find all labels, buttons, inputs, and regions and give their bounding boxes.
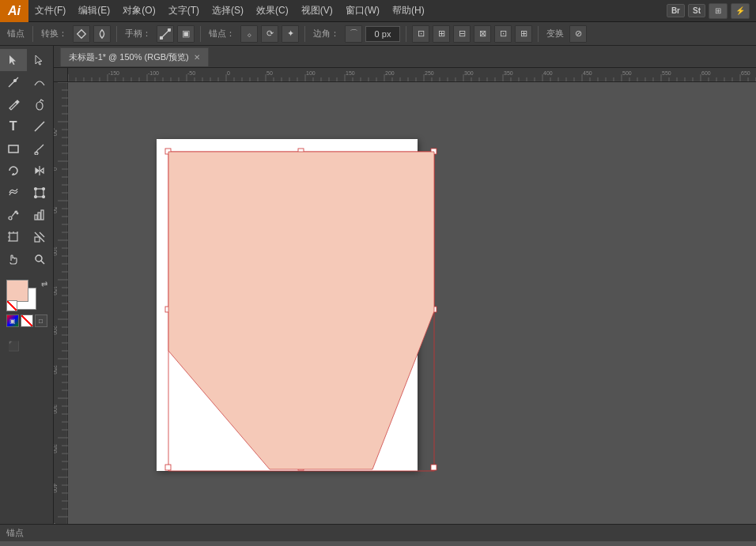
free-transform-tool[interactable]	[27, 182, 54, 204]
stock-button[interactable]: St	[688, 4, 705, 17]
curvature-tool[interactable]	[27, 71, 54, 93]
line-tool[interactable]	[27, 115, 54, 137]
sep4	[304, 26, 305, 42]
document-tab[interactable]: 未标题-1* @ 150% (RGB/预览) ✕	[60, 47, 209, 66]
corner-radius-input[interactable]	[365, 26, 400, 42]
tool-row-4: T	[0, 115, 53, 137]
select-tool[interactable]	[0, 49, 27, 71]
column-graph-tool[interactable]	[27, 204, 54, 226]
handle-label: 手柄：	[123, 28, 153, 40]
color-mode-btn[interactable]: ▣	[6, 314, 19, 327]
svg-point-28	[36, 255, 42, 262]
svg-rect-6	[9, 145, 18, 153]
svg-point-16	[17, 213, 18, 214]
handle-btn1[interactable]	[157, 25, 174, 43]
symbol-sprayer-tool[interactable]	[0, 204, 27, 226]
warp-tool[interactable]	[0, 182, 27, 204]
direct-select-tool[interactable]	[27, 49, 54, 71]
swap-colors-button[interactable]: ⇄	[41, 280, 47, 288]
vertical-ruler: -50050100150200250300350400450500550	[54, 82, 68, 524]
align-btn2[interactable]: ⊞	[433, 25, 450, 43]
zoom-tool[interactable]	[27, 248, 54, 270]
workspace: T	[0, 46, 756, 524]
align-btn3[interactable]: ⊟	[453, 25, 471, 43]
slice-tool[interactable]	[27, 226, 54, 248]
blob-brush-tool[interactable]	[27, 93, 54, 115]
bridge-button[interactable]: Br	[667, 4, 685, 17]
fill-color-swatch[interactable]	[6, 280, 28, 302]
svg-text:350: 350	[54, 444, 58, 454]
svg-point-14	[9, 217, 12, 220]
canvas-content[interactable]: // Will be drawn via inline SVG below -1…	[54, 68, 756, 524]
convert-btn1[interactable]	[73, 25, 90, 43]
search-button[interactable]: ⚡	[731, 3, 750, 19]
svg-point-11	[43, 188, 45, 190]
handle-btn2[interactable]: ▣	[177, 25, 195, 43]
svg-rect-221	[431, 149, 437, 154]
app-logo[interactable]: Ai	[0, 0, 28, 22]
svg-rect-27	[35, 237, 40, 242]
tool-row-8	[0, 204, 53, 226]
pen-tool[interactable]	[0, 71, 27, 93]
menu-file[interactable]: 文件(F)	[28, 0, 72, 21]
svg-text:-150: -150	[108, 70, 119, 76]
workspace-switcher[interactable]: ⊞	[709, 3, 728, 19]
none-mode-btn[interactable]	[21, 314, 33, 327]
align-btn6[interactable]: ⊞	[515, 25, 532, 43]
svg-text:300: 300	[464, 70, 474, 76]
tool-row-bottom: ⬛	[0, 335, 53, 357]
svg-text:-100: -100	[148, 70, 159, 76]
corner-type-btn[interactable]: ⌒	[345, 25, 362, 43]
none-color-button[interactable]	[6, 300, 17, 311]
menu-help[interactable]: 帮助(H)	[386, 0, 431, 21]
align-btn4[interactable]: ⊠	[474, 25, 491, 43]
sep5	[406, 26, 406, 42]
svg-text:200: 200	[54, 326, 58, 335]
menu-window[interactable]: 窗口(W)	[339, 0, 386, 21]
svg-text:-50: -50	[187, 70, 195, 76]
menu-view[interactable]: 视图(V)	[295, 0, 339, 21]
canvas-area: 未标题-1* @ 150% (RGB/预览) ✕ // Will be draw…	[54, 46, 756, 524]
svg-text:500: 500	[622, 70, 632, 76]
menu-edit[interactable]: 编辑(E)	[72, 0, 116, 21]
paintbrush-tool[interactable]	[27, 137, 54, 160]
anchor-btn3[interactable]: ✦	[282, 25, 299, 43]
reflect-tool[interactable]	[27, 160, 54, 182]
tool-row-9	[0, 226, 53, 248]
svg-point-1	[168, 28, 172, 32]
anchor-btn1[interactable]: ⬦	[240, 25, 258, 43]
artboard-tool[interactable]	[0, 226, 27, 248]
align-btn1[interactable]: ⊡	[412, 25, 429, 43]
anchor-btn2[interactable]: ⟳	[261, 25, 278, 43]
svg-rect-226	[431, 465, 437, 470]
pencil-tool[interactable]	[0, 93, 27, 115]
type-tool[interactable]: T	[0, 115, 27, 137]
draw-mode-btn[interactable]: ⬛	[0, 335, 27, 357]
svg-text:650: 650	[741, 70, 750, 76]
align-btn5[interactable]: ⊡	[494, 25, 512, 43]
stroke-mode-btn[interactable]: □	[35, 314, 47, 327]
anchor-toolbar: 锚点 转换： 手柄： ▣ 锚点： ⬦ ⟳ ✦ 边角： ⌒ ⊡ ⊞ ⊟ ⊠ ⊡ ⊞…	[0, 22, 756, 46]
convert-btn2[interactable]	[93, 25, 111, 43]
svg-rect-17	[35, 215, 37, 220]
menu-items: 文件(F) 编辑(E) 对象(O) 文字(T) 选择(S) 效果(C) 视图(V…	[28, 0, 431, 21]
color-swatches: ⇄	[6, 280, 47, 311]
rotate-tool[interactable]	[0, 160, 27, 182]
svg-text:150: 150	[54, 286, 58, 296]
svg-text:150: 150	[346, 70, 355, 76]
transform-btn[interactable]: ⊘	[569, 25, 587, 43]
document-canvas[interactable]	[157, 139, 418, 471]
menu-effect[interactable]: 效果(C)	[250, 0, 295, 21]
menu-object[interactable]: 对象(O)	[116, 0, 161, 21]
svg-point-10	[35, 188, 37, 190]
hand-tool[interactable]	[0, 248, 27, 270]
svg-rect-19	[41, 210, 43, 220]
menu-text[interactable]: 文字(T)	[162, 0, 206, 21]
svg-text:400: 400	[54, 484, 58, 493]
color-mode-row: ▣ □	[6, 314, 47, 327]
rect-tool[interactable]	[0, 137, 27, 160]
svg-text:-50: -50	[54, 128, 58, 136]
menu-select[interactable]: 选择(S)	[206, 0, 250, 21]
tab-close-button[interactable]: ✕	[194, 53, 200, 62]
tool-row-6	[0, 160, 53, 182]
